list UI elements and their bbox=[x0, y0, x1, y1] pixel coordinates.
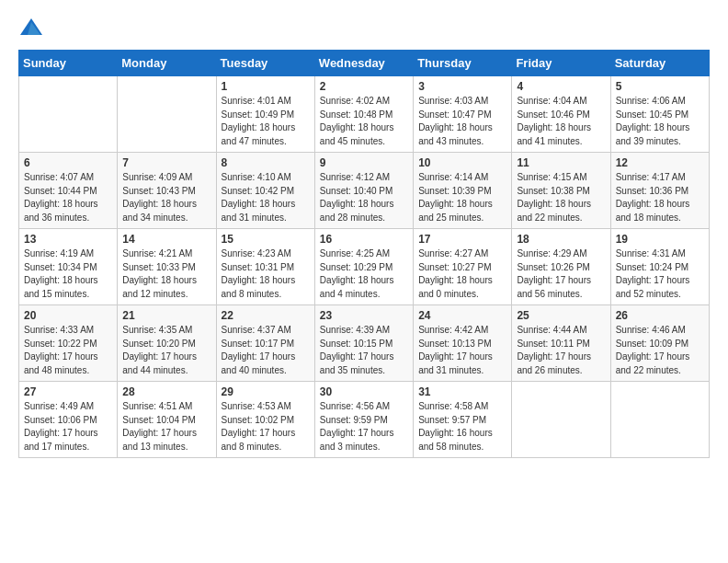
day-number: 13 bbox=[24, 233, 112, 246]
calendar-cell: 25Sunrise: 4:44 AM Sunset: 10:11 PM Dayl… bbox=[512, 305, 610, 382]
calendar-cell: 26Sunrise: 4:46 AM Sunset: 10:09 PM Dayl… bbox=[610, 305, 709, 382]
day-info: Sunrise: 4:21 AM Sunset: 10:33 PM Daylig… bbox=[122, 247, 210, 301]
day-info: Sunrise: 4:39 AM Sunset: 10:15 PM Daylig… bbox=[320, 324, 408, 377]
week-row-5: 27Sunrise: 4:49 AM Sunset: 10:06 PM Dayl… bbox=[19, 382, 710, 458]
day-info: Sunrise: 4:01 AM Sunset: 10:49 PM Daylig… bbox=[222, 95, 310, 148]
day-number: 17 bbox=[418, 233, 506, 246]
day-of-week-saturday: Saturday bbox=[610, 51, 709, 76]
day-info: Sunrise: 4:56 AM Sunset: 9:59 PM Dayligh… bbox=[320, 400, 408, 454]
day-number: 16 bbox=[320, 233, 408, 246]
day-number: 21 bbox=[122, 309, 210, 322]
calendar-cell: 30Sunrise: 4:56 AM Sunset: 9:59 PM Dayli… bbox=[314, 382, 413, 458]
day-number: 3 bbox=[418, 80, 506, 93]
day-number: 19 bbox=[616, 233, 704, 246]
day-info: Sunrise: 4:04 AM Sunset: 10:46 PM Daylig… bbox=[517, 95, 605, 148]
day-info: Sunrise: 4:10 AM Sunset: 10:42 PM Daylig… bbox=[222, 171, 310, 224]
day-info: Sunrise: 4:06 AM Sunset: 10:45 PM Daylig… bbox=[616, 95, 704, 148]
calendar-cell bbox=[610, 382, 709, 458]
calendar-cell: 11Sunrise: 4:15 AM Sunset: 10:38 PM Dayl… bbox=[512, 153, 610, 229]
page: SundayMondayTuesdayWednesdayThursdayFrid… bbox=[0, 0, 728, 563]
calendar-cell: 6Sunrise: 4:07 AM Sunset: 10:44 PM Dayli… bbox=[19, 153, 118, 229]
logo bbox=[18, 15, 48, 40]
day-number: 24 bbox=[418, 309, 506, 322]
day-number: 4 bbox=[517, 80, 605, 93]
day-info: Sunrise: 4:42 AM Sunset: 10:13 PM Daylig… bbox=[418, 324, 506, 377]
calendar-cell: 27Sunrise: 4:49 AM Sunset: 10:06 PM Dayl… bbox=[19, 382, 118, 458]
day-number: 28 bbox=[122, 385, 210, 398]
day-of-week-thursday: Thursday bbox=[414, 51, 512, 76]
day-number: 14 bbox=[122, 233, 210, 246]
calendar-cell: 23Sunrise: 4:39 AM Sunset: 10:15 PM Dayl… bbox=[314, 305, 413, 382]
calendar-cell: 14Sunrise: 4:21 AM Sunset: 10:33 PM Dayl… bbox=[118, 229, 216, 305]
day-number: 1 bbox=[222, 80, 310, 93]
week-row-4: 20Sunrise: 4:33 AM Sunset: 10:22 PM Dayl… bbox=[19, 305, 710, 382]
day-info: Sunrise: 4:46 AM Sunset: 10:09 PM Daylig… bbox=[616, 324, 704, 377]
day-number: 10 bbox=[418, 156, 506, 169]
day-info: Sunrise: 4:23 AM Sunset: 10:31 PM Daylig… bbox=[222, 247, 310, 301]
calendar-cell: 13Sunrise: 4:19 AM Sunset: 10:34 PM Dayl… bbox=[19, 229, 118, 305]
day-number: 29 bbox=[222, 385, 310, 398]
day-header-row: SundayMondayTuesdayWednesdayThursdayFrid… bbox=[19, 51, 710, 76]
calendar-cell: 3Sunrise: 4:03 AM Sunset: 10:47 PM Dayli… bbox=[414, 76, 512, 153]
week-row-2: 6Sunrise: 4:07 AM Sunset: 10:44 PM Dayli… bbox=[19, 153, 710, 229]
day-number: 27 bbox=[24, 385, 112, 398]
calendar-cell bbox=[118, 76, 216, 153]
week-row-3: 13Sunrise: 4:19 AM Sunset: 10:34 PM Dayl… bbox=[19, 229, 710, 305]
day-number: 2 bbox=[320, 80, 408, 93]
day-number: 20 bbox=[24, 309, 112, 322]
calendar-cell: 12Sunrise: 4:17 AM Sunset: 10:36 PM Dayl… bbox=[610, 153, 709, 229]
day-number: 31 bbox=[418, 385, 506, 398]
day-info: Sunrise: 4:53 AM Sunset: 10:02 PM Daylig… bbox=[222, 400, 310, 454]
day-info: Sunrise: 4:31 AM Sunset: 10:24 PM Daylig… bbox=[616, 247, 704, 301]
calendar-cell: 8Sunrise: 4:10 AM Sunset: 10:42 PM Dayli… bbox=[216, 153, 314, 229]
day-info: Sunrise: 4:44 AM Sunset: 10:11 PM Daylig… bbox=[517, 324, 605, 377]
day-info: Sunrise: 4:27 AM Sunset: 10:27 PM Daylig… bbox=[418, 247, 506, 301]
day-of-week-sunday: Sunday bbox=[19, 51, 118, 76]
day-number: 12 bbox=[616, 156, 704, 169]
day-of-week-monday: Monday bbox=[118, 51, 216, 76]
calendar-cell: 15Sunrise: 4:23 AM Sunset: 10:31 PM Dayl… bbox=[216, 229, 314, 305]
calendar-cell: 21Sunrise: 4:35 AM Sunset: 10:20 PM Dayl… bbox=[118, 305, 216, 382]
day-info: Sunrise: 4:07 AM Sunset: 10:44 PM Daylig… bbox=[24, 171, 112, 224]
day-number: 9 bbox=[320, 156, 408, 169]
day-number: 6 bbox=[24, 156, 112, 169]
day-info: Sunrise: 4:02 AM Sunset: 10:48 PM Daylig… bbox=[320, 95, 408, 148]
logo-icon bbox=[18, 15, 44, 40]
day-number: 7 bbox=[122, 156, 210, 169]
day-number: 22 bbox=[222, 309, 310, 322]
day-info: Sunrise: 4:35 AM Sunset: 10:20 PM Daylig… bbox=[122, 324, 210, 377]
calendar-cell: 17Sunrise: 4:27 AM Sunset: 10:27 PM Dayl… bbox=[414, 229, 512, 305]
day-of-week-friday: Friday bbox=[512, 51, 610, 76]
day-number: 23 bbox=[320, 309, 408, 322]
day-info: Sunrise: 4:15 AM Sunset: 10:38 PM Daylig… bbox=[517, 171, 605, 224]
day-number: 18 bbox=[517, 233, 605, 246]
calendar-cell: 19Sunrise: 4:31 AM Sunset: 10:24 PM Dayl… bbox=[610, 229, 709, 305]
calendar-cell: 7Sunrise: 4:09 AM Sunset: 10:43 PM Dayli… bbox=[118, 153, 216, 229]
calendar-cell: 1Sunrise: 4:01 AM Sunset: 10:49 PM Dayli… bbox=[216, 76, 314, 153]
calendar-cell: 5Sunrise: 4:06 AM Sunset: 10:45 PM Dayli… bbox=[610, 76, 709, 153]
day-info: Sunrise: 4:37 AM Sunset: 10:17 PM Daylig… bbox=[222, 324, 310, 377]
day-number: 5 bbox=[616, 80, 704, 93]
calendar-cell: 31Sunrise: 4:58 AM Sunset: 9:57 PM Dayli… bbox=[414, 382, 512, 458]
day-info: Sunrise: 4:19 AM Sunset: 10:34 PM Daylig… bbox=[24, 247, 112, 301]
calendar-cell: 10Sunrise: 4:14 AM Sunset: 10:39 PM Dayl… bbox=[414, 153, 512, 229]
calendar-cell: 2Sunrise: 4:02 AM Sunset: 10:48 PM Dayli… bbox=[314, 76, 413, 153]
day-number: 25 bbox=[517, 309, 605, 322]
day-info: Sunrise: 4:51 AM Sunset: 10:04 PM Daylig… bbox=[122, 400, 210, 454]
day-info: Sunrise: 4:03 AM Sunset: 10:47 PM Daylig… bbox=[418, 95, 506, 148]
calendar-cell: 22Sunrise: 4:37 AM Sunset: 10:17 PM Dayl… bbox=[216, 305, 314, 382]
calendar-cell: 20Sunrise: 4:33 AM Sunset: 10:22 PM Dayl… bbox=[19, 305, 118, 382]
calendar-cell: 24Sunrise: 4:42 AM Sunset: 10:13 PM Dayl… bbox=[414, 305, 512, 382]
calendar-cell: 18Sunrise: 4:29 AM Sunset: 10:26 PM Dayl… bbox=[512, 229, 610, 305]
header bbox=[18, 15, 710, 40]
day-of-week-wednesday: Wednesday bbox=[314, 51, 413, 76]
day-info: Sunrise: 4:29 AM Sunset: 10:26 PM Daylig… bbox=[517, 247, 605, 301]
day-info: Sunrise: 4:14 AM Sunset: 10:39 PM Daylig… bbox=[418, 171, 506, 224]
day-info: Sunrise: 4:33 AM Sunset: 10:22 PM Daylig… bbox=[24, 324, 112, 377]
day-info: Sunrise: 4:12 AM Sunset: 10:40 PM Daylig… bbox=[320, 171, 408, 224]
day-of-week-tuesday: Tuesday bbox=[216, 51, 314, 76]
day-info: Sunrise: 4:49 AM Sunset: 10:06 PM Daylig… bbox=[24, 400, 112, 454]
calendar-cell: 4Sunrise: 4:04 AM Sunset: 10:46 PM Dayli… bbox=[512, 76, 610, 153]
calendar-cell: 9Sunrise: 4:12 AM Sunset: 10:40 PM Dayli… bbox=[314, 153, 413, 229]
day-info: Sunrise: 4:09 AM Sunset: 10:43 PM Daylig… bbox=[122, 171, 210, 224]
